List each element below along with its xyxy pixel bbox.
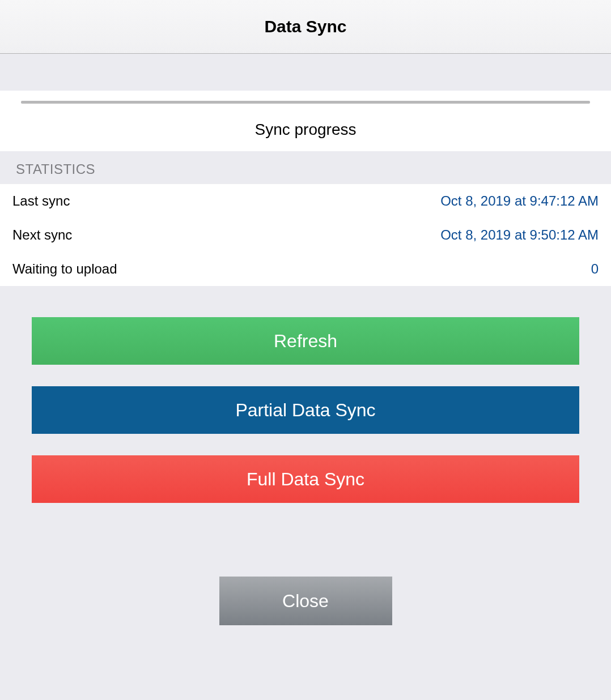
progress-label: Sync progress: [0, 121, 611, 139]
refresh-button[interactable]: Refresh: [32, 317, 579, 365]
stat-row-last-sync: Last sync Oct 8, 2019 at 9:47:12 AM: [0, 184, 611, 218]
stat-label: Waiting to upload: [12, 261, 117, 277]
stat-value: Oct 8, 2019 at 9:47:12 AM: [440, 193, 599, 209]
buttons-section: Refresh Partial Data Sync Full Data Sync…: [0, 286, 611, 625]
statistics-section: Last sync Oct 8, 2019 at 9:47:12 AM Next…: [0, 184, 611, 286]
progress-bar: [21, 101, 590, 104]
stat-row-next-sync: Next sync Oct 8, 2019 at 9:50:12 AM: [0, 218, 611, 252]
stat-label: Last sync: [12, 193, 70, 209]
spacer: [0, 54, 611, 91]
stat-label: Next sync: [12, 227, 72, 243]
statistics-header: STATISTICS: [0, 151, 611, 184]
close-container: Close: [32, 577, 579, 625]
progress-section: Sync progress: [0, 91, 611, 151]
page-title: Data Sync: [264, 17, 346, 36]
page-header: Data Sync: [0, 0, 611, 54]
close-button[interactable]: Close: [219, 577, 392, 625]
stat-value: 0: [591, 261, 599, 277]
partial-sync-button[interactable]: Partial Data Sync: [32, 386, 579, 434]
full-sync-button[interactable]: Full Data Sync: [32, 455, 579, 503]
stat-value: Oct 8, 2019 at 9:50:12 AM: [440, 227, 599, 243]
stat-row-waiting-upload: Waiting to upload 0: [0, 252, 611, 286]
